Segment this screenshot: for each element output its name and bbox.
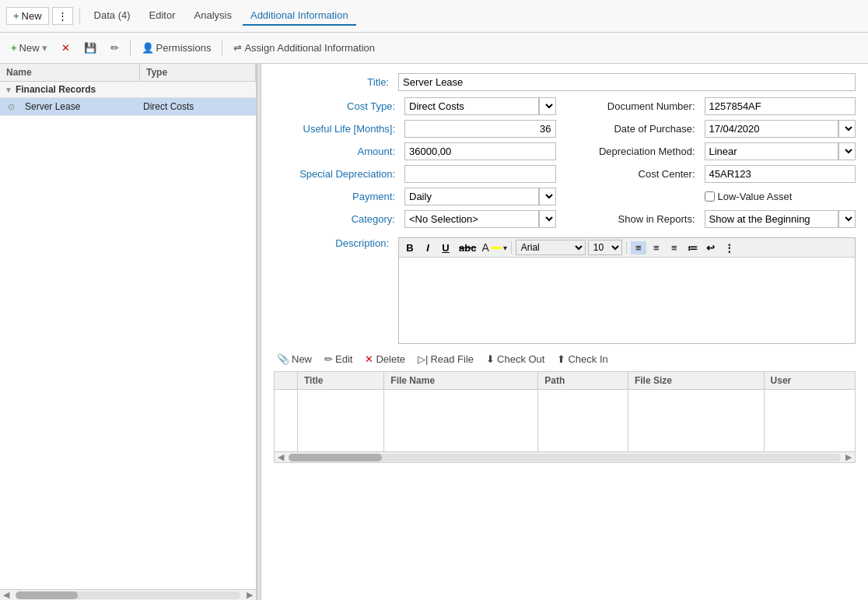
show-in-reports-label: Show in Reports: [562,213,698,225]
low-value-asset-checkbox[interactable] [705,191,715,202]
scroll-right-icon[interactable]: ▶ [243,590,256,600]
delete-button[interactable]: ✕ [57,40,75,56]
list-item[interactable]: ⊙ Server Lease Direct Costs [0,98,256,116]
row-num-header [275,372,298,390]
top-new-button[interactable]: + New [6,7,49,25]
cost-center-label: Cost Center: [562,168,698,180]
more-button[interactable]: ⋮ [721,241,737,254]
tab-data[interactable]: Data (4) [86,6,138,26]
toolbar-separator-3 [222,40,222,56]
tab-additional-information[interactable]: Additional Information [243,6,356,26]
low-value-asset-row: Low-Value Asset [705,191,856,202]
description-row: Description: B I U abc A ▾ Arial [274,237,856,344]
group-financial-records[interactable]: ▼ Financial Records [0,82,256,98]
check-in-button[interactable]: ⬆ Check In [554,352,611,367]
document-number-input[interactable] [705,97,856,115]
attachment-scrollbar[interactable]: ◀ ▶ [274,452,856,463]
bold-button[interactable]: B [402,241,418,254]
underline-button[interactable]: U [438,241,453,254]
top-menu-button[interactable]: ⋮ [52,7,73,25]
record-name: Server Lease [22,98,140,115]
attachment-table: Title File Name Path File Size User [274,371,856,452]
check-in-icon: ⬆ [557,353,565,365]
check-out-button[interactable]: ⬇ Check Out [483,352,548,367]
category-input[interactable] [404,210,539,228]
align-left-button[interactable]: ≡ [631,241,646,254]
align-right-button[interactable]: ≡ [667,241,682,254]
att-scroll-right-icon[interactable]: ▶ [842,452,855,462]
cost-type-label: Cost Type: [274,100,398,112]
record-type: Direct Costs [140,98,256,115]
category-select[interactable]: ▾ [539,210,556,228]
tab-analysis[interactable]: Analysis [187,6,240,26]
low-value-asset-label: Low-Value Asset [718,191,793,202]
right-panel: Title: Cost Type: ▾ Document Number: Use… [261,64,868,600]
tab-editor[interactable]: Editor [142,6,184,26]
description-label: Description: [274,237,392,344]
title-label: Title: [274,76,392,88]
scroll-left-icon[interactable]: ◀ [0,590,12,600]
attachment-delete-button[interactable]: ✕ Delete [362,352,408,367]
scroll-track [16,591,240,599]
att-scroll-left-icon[interactable]: ◀ [275,452,287,462]
scroll-thumb [16,591,78,599]
payment-select[interactable]: ▾ [539,188,556,205]
date-of-purchase-select[interactable]: ▾ [838,120,856,138]
attachment-new-button[interactable]: 📎 New [274,352,315,367]
font-color-picker[interactable]: A ▾ [481,241,506,254]
attachment-new-label: New [292,353,312,365]
new-button[interactable]: + New ▾ [6,40,52,56]
align-center-button[interactable]: ≡ [649,241,664,254]
cost-center-input[interactable] [705,165,856,183]
undo-button[interactable]: ↩ [703,241,719,254]
top-new-label: New [22,10,42,22]
cost-type-input[interactable] [404,97,539,115]
show-in-reports-input[interactable] [705,210,839,228]
payment-input[interactable] [404,188,539,205]
col-title-header: Title [298,372,384,390]
col-header-name: Name [0,64,140,81]
left-panel-header: Name Type [0,64,256,82]
permissions-button[interactable]: 👤 Permissions [137,40,216,56]
assign-button[interactable]: ⇌ Assign Additional Information [229,40,380,56]
attachment-edit-button[interactable]: ✏ Edit [321,352,355,367]
useful-life-input[interactable] [404,120,556,138]
font-name-select[interactable]: Arial [516,240,586,255]
check-out-label: Check Out [497,353,544,365]
depreciation-method-input[interactable] [705,142,839,160]
top-toolbar: + New ⋮ Data (4) Editor Analysis Additio… [0,0,868,33]
save-button[interactable]: 💾 [79,40,101,56]
list-button[interactable]: ≔ [684,241,701,254]
permissions-label: Permissions [156,42,212,54]
payment-label: Payment: [274,191,398,202]
special-depreciation-input[interactable] [404,165,556,183]
attachment-delete-label: Delete [376,353,405,365]
attachment-edit-label: Edit [335,353,352,365]
record-icon: ⊙ [0,102,22,112]
amount-input[interactable] [404,142,556,160]
form-grid: Cost Type: ▾ Document Number: Useful Lif… [274,97,856,228]
left-panel-scrollbar[interactable]: ◀ ▶ [0,589,256,600]
document-number-label: Document Number: [562,100,698,112]
table-row [275,390,856,452]
edit-pencil-button[interactable]: ✏ [106,40,124,56]
check-out-icon: ⬇ [486,353,495,365]
check-in-label: Check In [568,353,607,365]
strikethrough-button[interactable]: abc [456,241,479,254]
date-of-purchase-input[interactable] [705,120,839,138]
italic-button[interactable]: I [420,241,436,254]
show-in-reports-select[interactable]: ▾ [838,210,856,228]
main-area: Name Type ▼ Financial Records ⊙ Server L… [0,64,868,600]
font-size-select[interactable]: 10 [588,240,622,255]
category-label: Category: [274,213,398,225]
cost-type-select[interactable]: ▾ [539,97,556,115]
edit-icon: ✏ [324,353,333,365]
title-input[interactable] [398,73,856,91]
read-file-button[interactable]: ▷| Read File [415,352,477,367]
depreciation-method-select[interactable]: ▾ [838,142,856,160]
col-path-header: Path [538,372,628,390]
group-label: Financial Records [16,84,96,95]
title-row: Title: [274,73,856,91]
description-content[interactable] [399,258,855,343]
left-panel: Name Type ▼ Financial Records ⊙ Server L… [0,64,257,600]
